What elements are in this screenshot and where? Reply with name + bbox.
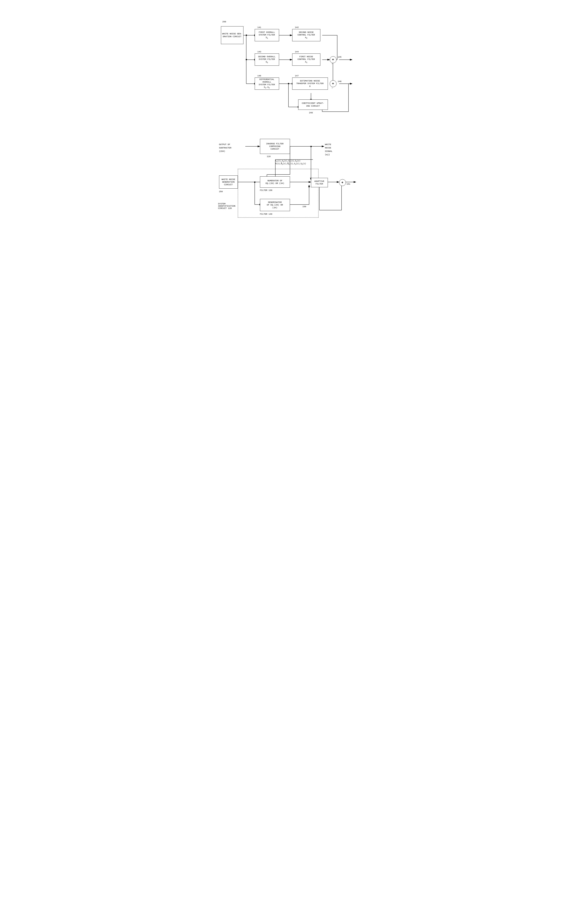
svg-marker-54 xyxy=(337,181,339,183)
sum-junction-145: + xyxy=(330,56,336,63)
junction-dot-2 xyxy=(246,59,247,60)
sum-junction-bottom: + xyxy=(339,179,346,186)
coeff-updating-label: COEFFICIENT UPDAT-ING CIRCUIT xyxy=(302,102,324,107)
denominator-label: DENOMINATOROF EQ.(26) OR(34) xyxy=(267,201,283,209)
diagram2: OUTPUT OFSUBTRACTER(204) INVERSE FILTERC… xyxy=(217,131,371,236)
sum-junction-148: + xyxy=(330,80,336,87)
junction-dot-1 xyxy=(246,34,247,36)
label-110: 110 xyxy=(267,155,271,158)
numerator-box: NUMERATOR OFEQ.(26) OR (34) xyxy=(260,176,290,188)
white-noise-gen-label: WHITE NOISE GEN-ERATION CIRCUIT xyxy=(222,33,242,38)
white-noise-signal-label: WHITENOISESIGNAL(wj) xyxy=(325,143,333,156)
adaptive-filter-label: ADAPTIVEFILTER xyxy=(314,180,324,185)
output-sub-label: OUTPUT OFSUBTRACTER(204) xyxy=(219,143,231,153)
first-overall-label: FIRST OVERALLSYSTEM FILTERS1 xyxy=(259,31,275,40)
label-250: 250 xyxy=(223,21,226,23)
filter-params: A1(z),A2(z),S1(z),S2(z) A(z),B̂1(z),B̂2(… xyxy=(275,160,306,165)
white-noise-gen2-box: WHITE NOISEGENERATIONCIRCUIT xyxy=(219,175,238,189)
svg-marker-4 xyxy=(290,34,292,36)
estimating-label: ESTIMATING NOISETRANSFER SYSTEM FILTERD xyxy=(296,79,323,88)
coeff-updating-box: COEFFICIENT UPDAT-ING CIRCUIT xyxy=(298,99,328,110)
filter130-label: FILTER 130 xyxy=(260,189,272,191)
svg-marker-35 xyxy=(350,59,352,61)
white-noise-gen-box: WHITE NOISE GEN-ERATION CIRCUIT xyxy=(221,26,243,44)
sys-id-circuit-label: SYSTEMIDENTIFICATIONCIRCUIT 120 xyxy=(218,203,235,209)
label-150: 150 xyxy=(303,205,306,208)
label-148: 148 xyxy=(338,80,342,82)
junction-dot-d2-1 xyxy=(310,146,312,147)
inverse-filter-box: INVERSE FILTERCOMPOSINGCIRCUIT xyxy=(260,139,290,154)
label-151: 151 xyxy=(347,183,350,185)
numerator-label: NUMERATOR OFEQ.(26) OR (34) xyxy=(266,179,284,185)
adaptive-filter-box: ADAPTIVEFILTER xyxy=(311,178,328,187)
label-141: 141 xyxy=(257,26,261,28)
diagram1: 250 WHITE NOISE GEN-ERATION CIRCUIT 141 … xyxy=(217,8,371,116)
svg-marker-56 xyxy=(354,181,356,183)
svg-marker-33 xyxy=(350,83,352,84)
diff-overall-label: DIFFERENTIAL OVERALLSYSTEM FILTERS1-S2 xyxy=(256,78,278,89)
label-250-bottom: 250 xyxy=(219,191,223,193)
first-overall-box: FIRST OVERALLSYSTEM FILTERS1 xyxy=(255,29,279,41)
filter140-label: FILTER 140 xyxy=(260,213,272,215)
label-145: 145 xyxy=(338,56,342,58)
label-240: 240 xyxy=(309,112,313,114)
label-144: 144 xyxy=(295,51,299,53)
white-noise-gen2-label: WHITE NOISEGENERATIONCIRCUIT xyxy=(221,178,235,186)
label-142: 142 xyxy=(295,26,299,28)
first-noise-ctrl-label: FIRST NOISECONTROL FILTERA1 xyxy=(297,55,315,64)
denominator-box: DENOMINATOROF EQ.(26) OR(34) xyxy=(260,199,290,211)
junction-dot-3 xyxy=(288,83,289,84)
estimating-box: ESTIMATING NOISETRANSFER SYSTEM FILTERD xyxy=(292,78,328,90)
second-overall-label: SECOND OVERALLSYSTEM FILTERS2 xyxy=(258,55,275,64)
second-overall-box: SECOND OVERALLSYSTEM FILTERS2 xyxy=(255,53,279,66)
minus-sign-145: − xyxy=(332,62,333,65)
svg-marker-41 xyxy=(258,146,260,147)
first-noise-ctrl-box: FIRST NOISECONTROL FILTERA1 xyxy=(292,53,320,66)
label-143: 143 xyxy=(257,51,261,53)
svg-marker-15 xyxy=(328,59,330,61)
svg-marker-43 xyxy=(322,146,324,147)
label-147: 147 xyxy=(295,75,299,77)
diff-overall-box: DIFFERENTIAL OVERALLSYSTEM FILTERS1-S2 xyxy=(255,78,279,90)
second-noise-ctrl-label: SECOND NOISECONTROL FILTERA2 xyxy=(297,31,315,40)
junction-dot-d2-2 xyxy=(254,182,255,183)
label-146: 146 xyxy=(257,75,261,77)
minus-sign-148: − xyxy=(332,87,333,90)
inverse-filter-label: INVERSE FILTERCOMPOSINGCIRCUIT xyxy=(266,143,283,151)
second-noise-ctrl-box: SECOND NOISECONTROL FILTERA2 xyxy=(292,29,320,41)
svg-marker-13 xyxy=(290,59,292,61)
